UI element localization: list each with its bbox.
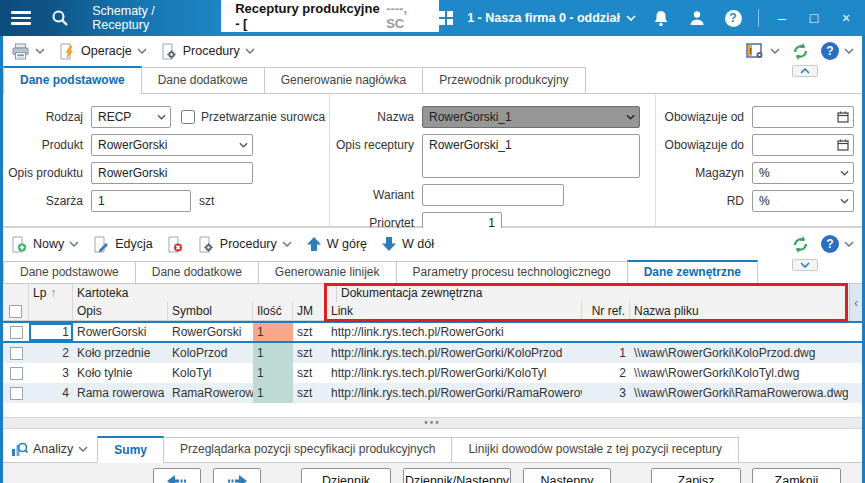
tab-przewodnik-produkcyjny[interactable]: Przewodnik produkcyjny — [422, 67, 585, 93]
nr-ref-cell[interactable]: 2 — [582, 363, 630, 383]
nr-ref-cell[interactable] — [582, 323, 630, 341]
select-all-cell[interactable] — [3, 302, 29, 320]
w-dol-button[interactable]: W dół — [381, 236, 434, 252]
nr-ref-cell[interactable]: 3 — [582, 383, 630, 403]
tab-lines-dane-zewnetrzne[interactable]: Dane zewnętrzne — [627, 260, 758, 284]
w-gore-button[interactable]: W górę — [306, 236, 367, 252]
maximize-button[interactable]: □ — [805, 10, 823, 26]
row-select-cell[interactable] — [3, 323, 29, 341]
dziennik-nastepny-button[interactable]: Dziennik/Następny — [403, 468, 511, 483]
qty-cell[interactable]: 1 — [253, 323, 293, 341]
rd-select[interactable]: % — [752, 190, 854, 212]
obowiazuje-do-datefield[interactable] — [752, 134, 854, 156]
nr-ref-cell[interactable]: 1 — [582, 343, 630, 363]
nazwa-pliku-cell[interactable] — [630, 323, 848, 341]
tab-sumy[interactable]: Sumy — [97, 436, 164, 463]
expand-toolbar-button[interactable] — [792, 259, 818, 271]
help-button-lines[interactable]: ? — [821, 235, 854, 253]
row-checkbox[interactable] — [10, 367, 23, 380]
opis-cell[interactable]: Koło tylnie — [73, 363, 168, 383]
nowy-button[interactable]: Nowy — [11, 236, 79, 253]
magazyn-select[interactable]: % — [752, 162, 854, 184]
link-cell[interactable]: http://link.rys.tech.pl/RowerGorki/RamaR… — [327, 383, 582, 403]
nazwa-pliku-cell[interactable]: \\waw\RowerGorki\RamaRowerowa.dwg — [630, 383, 848, 403]
row-checkbox[interactable] — [10, 387, 23, 400]
row-select-cell[interactable] — [3, 343, 29, 363]
nazwa-pliku-cell[interactable]: \\waw\RowerGorki\KoloTyl.dwg — [630, 363, 848, 383]
column-header-jm[interactable]: JM — [293, 302, 327, 320]
symbol-cell[interactable]: KoloPrzod — [168, 343, 253, 363]
help-button[interactable]: ? — [722, 7, 744, 29]
zamknij-button[interactable]: Zamknij — [752, 468, 841, 483]
edycja-button[interactable]: Edycja — [93, 236, 153, 253]
help-button-top[interactable]: ? — [821, 42, 854, 60]
tab-lines-dane-podstawowe[interactable]: Dane podstawowe — [3, 261, 136, 283]
nazwa-pliku-cell[interactable]: \\waw\RowerGorki\KoloPrzod.dwg — [630, 343, 848, 363]
table-row[interactable]: 1 RowerGorski RowerGorski 1 szt http://l… — [3, 321, 862, 343]
select-all-checkbox[interactable] — [9, 305, 22, 318]
user-button[interactable] — [686, 7, 708, 29]
tab-lines-dane-dodatkowe[interactable]: Dane dodatkowe — [135, 261, 259, 283]
usun-button[interactable] — [167, 236, 184, 253]
procedury-button-top[interactable]: Procedury — [161, 43, 255, 60]
opis-cell[interactable]: RowerGorski — [73, 323, 168, 341]
opis-cell[interactable]: Koło przednie — [73, 343, 168, 363]
szarza-input[interactable] — [91, 190, 191, 212]
splitter-handle[interactable]: ••• — [424, 421, 441, 425]
lp-cell[interactable]: 1 — [29, 323, 73, 341]
qty-cell[interactable]: 1 — [253, 363, 293, 383]
symbol-cell[interactable]: KoloTyl — [168, 363, 253, 383]
link-cell[interactable]: http://link.rys.tech.pl/RowerGorki/KoloP… — [327, 343, 582, 363]
tab-linijki-dowodow[interactable]: Linijki dowodów powstałe z tej pozycji r… — [451, 437, 738, 462]
next-record-button[interactable] — [213, 468, 261, 483]
lp-cell[interactable]: 3 — [29, 363, 73, 383]
column-header-ilosc[interactable]: Ilość — [253, 302, 293, 320]
tab-dane-dodatkowe[interactable]: Dane dodatkowe — [141, 67, 265, 93]
zapisz-button[interactable]: Zapisz — [651, 468, 741, 483]
lp-cell[interactable]: 2 — [29, 343, 73, 363]
row-checkbox[interactable] — [10, 326, 23, 339]
przetwarzanie-surowca-checkbox[interactable] — [181, 110, 195, 124]
obowiazuje-od-datefield[interactable] — [752, 106, 854, 128]
qty-cell[interactable]: 1 — [253, 383, 293, 403]
notifications-button[interactable] — [650, 7, 672, 29]
collapse-panel-button[interactable]: ‹ — [849, 284, 862, 321]
table-row[interactable]: 3 Koło tylnie KoloTyl 1 szt http://link.… — [3, 363, 862, 383]
jm-cell[interactable]: szt — [293, 323, 327, 341]
print-button[interactable] — [11, 43, 45, 60]
opis-cell[interactable]: Rama rowerowa — [73, 383, 168, 403]
lp-cell[interactable]: 4 — [29, 383, 73, 403]
rodzaj-select[interactable]: RECP — [91, 106, 171, 128]
row-select-cell[interactable] — [3, 383, 29, 403]
nastepny-button[interactable]: Następny — [523, 468, 611, 483]
close-button[interactable]: × — [837, 10, 855, 26]
opis-receptury-textarea[interactable]: RowerGorski_1 — [422, 134, 640, 178]
wariant-input[interactable] — [422, 184, 564, 206]
refresh-button-top[interactable] — [790, 42, 811, 61]
produkt-select[interactable]: RowerGorski — [91, 134, 253, 156]
jm-cell[interactable]: szt — [293, 383, 327, 403]
nazwa-select[interactable]: RowerGorski_1 — [422, 106, 640, 128]
window-tab-receptury[interactable]: Receptury produkcyjne - [ ----, SC — [221, 0, 439, 32]
column-header-symbol[interactable]: Symbol — [168, 302, 253, 320]
apps-grid-icon[interactable] — [439, 11, 453, 25]
procedury-button-lines[interactable]: Procedury — [198, 236, 292, 253]
column-header-nazwa-pliku[interactable]: Nazwa pliku — [630, 302, 848, 320]
collapse-toolbar-button[interactable] — [792, 65, 818, 77]
tab-lines-parametry-procesu[interactable]: Parametry procesu technologicznego — [396, 261, 628, 283]
jm-cell[interactable]: szt — [293, 363, 327, 383]
column-header-opis[interactable]: Opis — [73, 302, 168, 320]
operacje-button[interactable]: Operacje — [59, 43, 147, 60]
jm-cell[interactable]: szt — [293, 343, 327, 363]
company-selector[interactable]: 1 - Nasza firma 0 - oddział — [467, 11, 636, 25]
row-select-cell[interactable] — [3, 363, 29, 383]
tab-przegladarka-pozycji[interactable]: Przeglądarka pozycji specyfikacji produk… — [163, 437, 452, 462]
refresh-button-lines[interactable] — [790, 235, 811, 254]
analizy-button[interactable]: Analizy — [11, 441, 88, 457]
prev-record-button[interactable] — [153, 468, 201, 483]
symbol-cell[interactable]: RamaRowerowa — [168, 383, 253, 403]
column-header-link[interactable]: Link — [327, 302, 582, 320]
column-header-nr-ref[interactable]: Nr ref. — [582, 302, 630, 320]
table-row[interactable]: 4 Rama rowerowa RamaRowerowa 1 szt http:… — [3, 383, 862, 403]
link-cell[interactable]: http://link.rys.tech.pl/RowerGorki/KoloT… — [327, 363, 582, 383]
